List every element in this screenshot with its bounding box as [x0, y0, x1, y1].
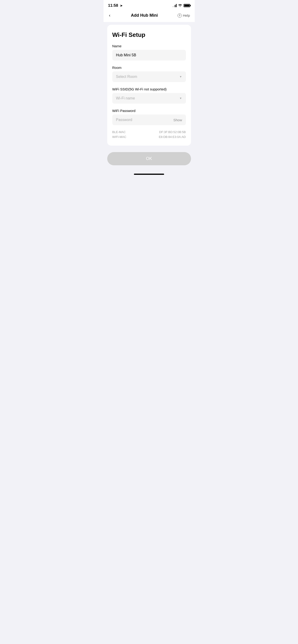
- help-label: Help: [183, 14, 190, 18]
- ssid-label: WiFi SSID(5G Wi-Fi not supported): [112, 87, 186, 91]
- room-placeholder: Select Room: [116, 75, 137, 79]
- help-button[interactable]: ? Help: [178, 14, 190, 18]
- room-select[interactable]: Select Room ▼: [112, 72, 186, 82]
- name-label: Name: [112, 44, 186, 48]
- signal-bar-3: [175, 5, 175, 7]
- ble-mac-label: BLE-MAC: [112, 130, 126, 134]
- wifi-mac-row: WIFI-MAC E8:DB:84:E3:0A:AD: [112, 135, 186, 139]
- room-field-group: Room Select Room ▼: [112, 66, 186, 82]
- name-field-group: Name: [112, 44, 186, 60]
- wifi-icon: [178, 4, 182, 8]
- status-time: 11:58 ➤: [108, 3, 123, 8]
- back-button[interactable]: ‹: [108, 12, 111, 19]
- location-icon: ➤: [120, 4, 123, 8]
- signal-bar-1: [172, 6, 173, 7]
- ssid-placeholder: Wi-Fi name: [116, 96, 135, 100]
- signal-bars: [172, 4, 177, 7]
- ssid-select[interactable]: Wi-Fi name ▼: [112, 93, 186, 104]
- password-label: WiFi Password: [112, 109, 186, 113]
- wifi-mac-label: WIFI-MAC: [112, 135, 127, 139]
- ble-mac-value: DF:3F:BD:52:0B:5B: [159, 130, 186, 134]
- name-input[interactable]: [112, 50, 186, 60]
- section-title: Wi-Fi Setup: [112, 31, 186, 38]
- ok-button[interactable]: OK: [107, 152, 191, 165]
- home-indicator: [104, 170, 195, 177]
- ssid-chevron-icon: ▼: [179, 97, 182, 100]
- battery-icon: [184, 4, 190, 7]
- home-bar: [134, 174, 164, 175]
- status-bar: 11:58 ➤: [104, 0, 195, 10]
- content-card: Wi-Fi Setup Name Room Select Room ▼ WiFi…: [107, 25, 191, 146]
- status-icons: [172, 4, 190, 8]
- show-password-button[interactable]: Show: [173, 118, 182, 122]
- ssid-field-group: WiFi SSID(5G Wi-Fi not supported) Wi-Fi …: [112, 87, 186, 104]
- password-field-group: WiFi Password Show: [112, 109, 186, 125]
- chevron-down-icon: ▼: [179, 75, 182, 78]
- ble-mac-row: BLE-MAC DF:3F:BD:52:0B:5B: [112, 130, 186, 134]
- wifi-mac-value: E8:DB:84:E3:0A:AD: [159, 135, 186, 139]
- signal-bar-2: [174, 6, 174, 7]
- ok-button-wrapper: OK: [104, 148, 195, 170]
- room-label: Room: [112, 66, 186, 70]
- help-circle-icon: ?: [178, 14, 182, 18]
- page-title: Add Hub Mini: [131, 13, 158, 18]
- mac-info: BLE-MAC DF:3F:BD:52:0B:5B WIFI-MAC E8:DB…: [112, 130, 186, 139]
- signal-bar-4: [176, 4, 177, 7]
- password-wrapper: Show: [112, 114, 186, 125]
- password-input[interactable]: [116, 118, 173, 122]
- nav-bar: ‹ Add Hub Mini ? Help: [104, 10, 195, 22]
